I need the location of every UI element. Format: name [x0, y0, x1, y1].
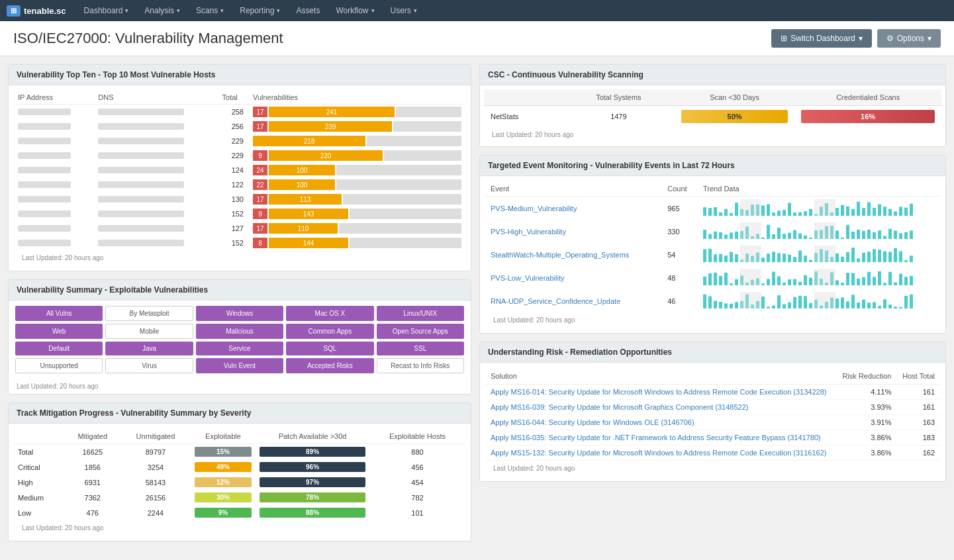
- risk-solution[interactable]: Apply MS16-014: Security Update for Micr…: [485, 385, 836, 400]
- vuln-summary-button[interactable]: Malicious: [196, 324, 283, 339]
- risk-hosts: 162: [896, 445, 940, 461]
- mit-col-exploitable: Exploitable: [191, 429, 256, 444]
- vuln-summary-button[interactable]: Java: [105, 342, 193, 355]
- credentialed-bar: 16%: [801, 110, 935, 123]
- event-count: 46: [662, 289, 698, 312]
- svg-rect-17: [793, 212, 796, 216]
- svg-rect-182: [777, 295, 781, 308]
- risk-solution[interactable]: Apply MS16-039: Security Update for Micr…: [485, 400, 836, 415]
- vuln-summary-button[interactable]: Unsupported: [15, 358, 103, 373]
- svg-rect-29: [857, 202, 860, 216]
- nav-assets[interactable]: Assets: [288, 0, 328, 21]
- svg-rect-69: [846, 225, 849, 239]
- svg-rect-209: [814, 292, 835, 308]
- csc-card: CSC - Continuous Vulnerability Scanning …: [479, 64, 946, 147]
- trend-sparkline: [703, 246, 935, 262]
- vuln-summary-button[interactable]: Open Source Apps: [377, 324, 464, 339]
- trend-sparkline: [703, 292, 935, 308]
- vuln-summary-button[interactable]: Common Apps: [286, 324, 373, 339]
- bar-cell: 17 241: [249, 105, 465, 120]
- options-button[interactable]: ⚙ Options ▾: [877, 29, 941, 48]
- col-vulns: Vulnerabilities: [249, 91, 465, 105]
- event-count: 48: [662, 266, 698, 289]
- risk-reduction: 3.86%: [836, 430, 896, 445]
- mit-mitigated: 476: [64, 505, 120, 520]
- svg-rect-20: [809, 209, 812, 216]
- mit-unmitigated: 58143: [120, 475, 191, 490]
- svg-rect-3: [719, 212, 722, 216]
- event-name[interactable]: StealthWatch-Multiple_Operating_Systems: [485, 243, 662, 266]
- vuln-summary-button[interactable]: Web: [15, 324, 103, 339]
- svg-rect-61: [804, 236, 807, 239]
- event-name[interactable]: PVS-Low_Vulnerability: [485, 266, 662, 289]
- risk-col-solution: Solution: [485, 368, 836, 385]
- event-trend: [698, 289, 940, 312]
- svg-rect-99: [783, 254, 786, 262]
- ip-cell: [14, 236, 94, 250]
- svg-rect-123: [910, 256, 913, 262]
- event-name[interactable]: RNA-UDP_Service_Confidence_Update: [485, 289, 662, 312]
- svg-rect-128: [714, 273, 717, 285]
- scan-bar: 50%: [681, 110, 788, 123]
- svg-rect-25: [835, 208, 839, 216]
- svg-rect-185: [793, 297, 796, 308]
- svg-rect-143: [793, 279, 796, 285]
- vuln-summary-button[interactable]: Mac OS X: [286, 306, 373, 321]
- total-cell: 122: [218, 177, 249, 192]
- vuln-summary-button[interactable]: SQL: [286, 342, 373, 355]
- vuln-top-ten-table: IP Address DNS Total Vulnerabilities 258…: [14, 91, 465, 250]
- vuln-summary-button[interactable]: Vuln Event: [196, 358, 283, 373]
- app-logo[interactable]: ⊞ tenable.sc: [7, 5, 66, 17]
- svg-rect-0: [703, 207, 706, 216]
- trend-sparkline: [703, 222, 935, 239]
- svg-rect-15: [783, 210, 786, 216]
- risk-col-reduction: Risk Reduction: [836, 368, 896, 385]
- nav-scans[interactable]: Scans ▾: [188, 0, 232, 21]
- svg-rect-151: [835, 280, 839, 285]
- risk-solution[interactable]: Apply MS16-044: Security Update for Wind…: [485, 415, 836, 430]
- dns-cell: [94, 163, 218, 177]
- mit-mitigated: 6931: [64, 475, 120, 490]
- svg-rect-54: [767, 225, 770, 239]
- vuln-summary-button[interactable]: All Vulns: [15, 306, 103, 321]
- vuln-summary-button[interactable]: Accepted Risks: [286, 358, 373, 373]
- vuln-summary-button[interactable]: Virus: [105, 358, 193, 373]
- event-name[interactable]: PVS-High_Vulnerability: [485, 220, 662, 243]
- vuln-summary-button[interactable]: SSL: [377, 342, 464, 355]
- svg-rect-31: [867, 203, 871, 216]
- risk-table: Solution Risk Reduction Host Total Apply…: [485, 368, 940, 461]
- svg-rect-145: [804, 275, 807, 285]
- ip-cell: [14, 119, 94, 134]
- svg-rect-57: [783, 234, 786, 239]
- vuln-summary-button[interactable]: Default: [15, 342, 103, 355]
- nav-dashboard[interactable]: Dashboard ▾: [76, 0, 137, 21]
- nav-reporting[interactable]: Reporting ▾: [232, 0, 288, 21]
- vuln-summary-button[interactable]: Linux/UNIX: [377, 306, 464, 321]
- track-mitigation-card: Track Mitigation Progress - Vulnerabilit…: [8, 402, 471, 541]
- svg-rect-40: [740, 199, 761, 216]
- table-row: Apply MS16-014: Security Update for Micr…: [485, 385, 940, 400]
- vuln-summary-button[interactable]: Windows: [196, 306, 283, 321]
- nav-workflow[interactable]: Workflow ▾: [328, 0, 382, 21]
- vuln-summary-button[interactable]: Recast to Info Risks: [377, 358, 464, 373]
- event-name[interactable]: PVS-Medium_Vulnerability: [485, 197, 662, 220]
- svg-rect-124: [740, 246, 761, 262]
- svg-rect-152: [841, 283, 844, 285]
- svg-rect-163: [899, 273, 902, 285]
- svg-rect-171: [719, 302, 722, 308]
- nav-analysis[interactable]: Analysis ▾: [136, 0, 188, 21]
- vuln-summary-button[interactable]: Service: [196, 342, 283, 355]
- risk-col-hosts: Host Total: [896, 368, 940, 385]
- bar-cell: 22 100: [249, 177, 465, 192]
- svg-rect-81: [910, 230, 913, 239]
- svg-rect-202: [883, 299, 886, 308]
- mitigation-last-updated: Last Updated: 20 hours ago: [14, 520, 465, 536]
- vuln-summary-button[interactable]: Mobile: [105, 324, 193, 339]
- nav-users[interactable]: Users ▾: [383, 0, 425, 21]
- chevron-down-icon: ▾: [220, 7, 224, 14]
- switch-dashboard-button[interactable]: ⊞ Switch Dashboard ▾: [771, 29, 871, 48]
- vuln-summary-button[interactable]: By Metasploit: [105, 306, 193, 321]
- risk-solution[interactable]: Apply MS15-132: Security Update for Micr…: [485, 445, 836, 461]
- bar-cell: 24 100: [249, 163, 465, 177]
- risk-solution[interactable]: Apply MS16-035: Security Update for .NET…: [485, 430, 836, 445]
